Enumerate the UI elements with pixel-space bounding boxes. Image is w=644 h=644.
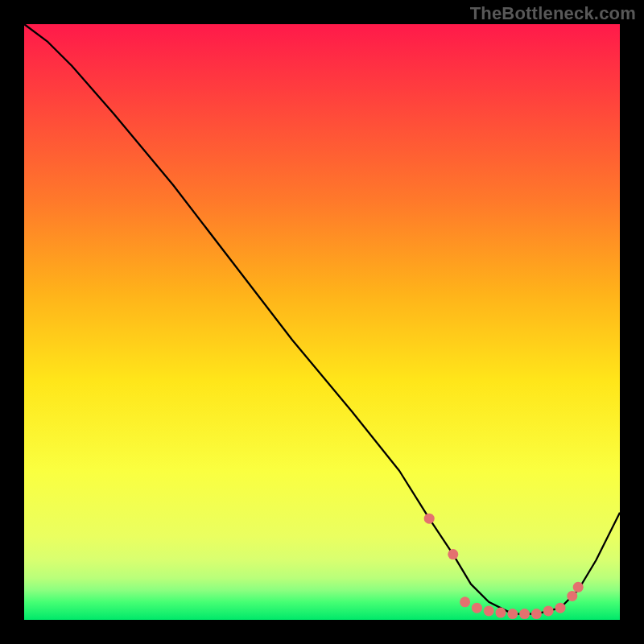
curve-marker	[460, 597, 470, 607]
curve-marker	[496, 608, 506, 618]
curve-marker	[531, 609, 542, 619]
watermark-text: TheBottleneck.com	[470, 3, 636, 24]
marker-group	[424, 514, 584, 619]
curve-marker	[573, 582, 584, 592]
curve-marker	[555, 603, 566, 613]
curve-marker	[519, 609, 530, 619]
plot-area	[24, 24, 620, 620]
curve-marker	[567, 591, 577, 601]
curve-marker	[472, 603, 482, 613]
curve-marker	[424, 514, 435, 524]
curve-marker	[484, 605, 494, 616]
curve-marker	[448, 549, 458, 559]
bottleneck-curve	[24, 24, 620, 614]
curve-marker	[543, 605, 554, 616]
curve-svg	[24, 24, 620, 620]
chart-frame: TheBottleneck.com	[0, 0, 644, 644]
curve-marker	[507, 609, 518, 619]
